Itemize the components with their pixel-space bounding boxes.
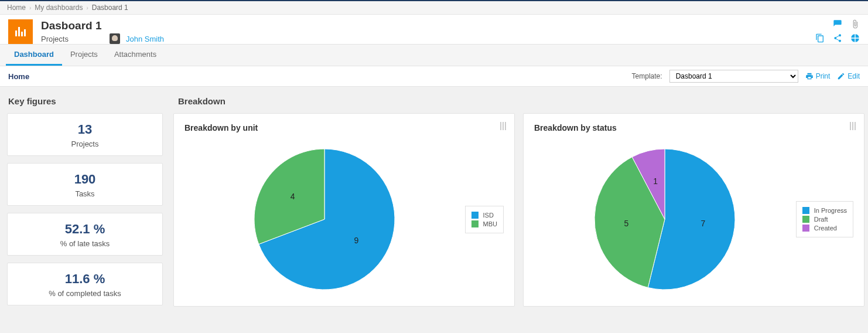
section-title-kpi: Key figures bbox=[4, 87, 166, 113]
page-header: Dasboard 1 Projects John Smith bbox=[0, 15, 868, 44]
pie-slice-label: 5 bbox=[624, 219, 629, 228]
legend-label: Draft bbox=[814, 216, 828, 223]
pie-chart: 94 bbox=[248, 143, 401, 295]
section-title-breakdown: Breakdown bbox=[173, 87, 864, 113]
pie-slice-label: 4 bbox=[291, 192, 295, 201]
col-breakdown: Breakdown Breakdown by unit 94 ISDMBU Br… bbox=[170, 87, 868, 316]
header-actions bbox=[815, 19, 860, 43]
kpi-value: 11.6 % bbox=[12, 271, 158, 287]
page-subtitle: Projects bbox=[41, 35, 69, 43]
drag-handle-icon[interactable] bbox=[850, 122, 856, 130]
breadcrumb-sep: › bbox=[86, 5, 88, 11]
drag-handle-icon[interactable] bbox=[500, 122, 506, 130]
col-key-figures: Key figures 13Projects190Tasks52.1 %% of… bbox=[0, 87, 170, 316]
kpi-label: Tasks bbox=[12, 189, 158, 198]
chart-legend: In ProgressDraftCreated bbox=[796, 201, 853, 237]
print-label: Print bbox=[816, 72, 831, 80]
print-button[interactable]: Print bbox=[805, 72, 831, 80]
kpi-card[interactable]: 52.1 %% of late tasks bbox=[7, 213, 163, 256]
kpi-card[interactable]: 190Tasks bbox=[7, 163, 163, 206]
legend-swatch bbox=[802, 225, 809, 232]
chart-legend: ISDMBU bbox=[465, 206, 504, 233]
avatar bbox=[110, 33, 120, 44]
kpi-card[interactable]: 13Projects bbox=[7, 113, 163, 156]
subnav: Home Template: Dasboard 1 Print Edit bbox=[0, 66, 868, 87]
breadcrumb-link[interactable]: My dashboards bbox=[35, 4, 83, 12]
legend-swatch bbox=[471, 220, 479, 227]
legend-item[interactable]: Created bbox=[802, 225, 847, 232]
kpi-value: 190 bbox=[12, 172, 158, 187]
legend-item[interactable]: ISD bbox=[471, 212, 497, 219]
user-link[interactable]: John Smith bbox=[126, 35, 164, 43]
page-title: Dasboard 1 bbox=[41, 19, 164, 32]
tab-dashboard[interactable]: Dashboard bbox=[6, 45, 62, 66]
tab-attachments[interactable]: Attachments bbox=[106, 45, 165, 66]
legend-swatch bbox=[471, 212, 479, 219]
template-select[interactable]: Dasboard 1 bbox=[669, 70, 798, 83]
legend-item[interactable]: Draft bbox=[802, 216, 847, 223]
legend-label: In Progress bbox=[814, 207, 847, 214]
pie-slice-label: 7 bbox=[701, 219, 706, 228]
share-icon[interactable] bbox=[833, 33, 842, 43]
legend-label: Created bbox=[814, 225, 837, 232]
pie-chart: 751 bbox=[589, 143, 741, 295]
dashboard-icon bbox=[8, 19, 33, 44]
legend-item[interactable]: MBU bbox=[471, 220, 497, 227]
chart-title: Breakdown by status bbox=[534, 123, 853, 132]
edit-button[interactable]: Edit bbox=[837, 72, 860, 80]
kpi-card[interactable]: 11.6 %% of completed tasks bbox=[7, 263, 163, 305]
kpi-value: 52.1 % bbox=[12, 222, 158, 237]
print-icon bbox=[805, 72, 814, 80]
legend-swatch bbox=[802, 207, 809, 214]
pie-slice-label: 1 bbox=[654, 176, 658, 186]
breadcrumb-sep: › bbox=[29, 5, 31, 11]
body: Key figures 13Projects190Tasks52.1 %% of… bbox=[0, 87, 868, 316]
kpi-label: Projects bbox=[12, 140, 158, 148]
chart-card: Breakdown by status 751 In ProgressDraft… bbox=[523, 113, 864, 307]
legend-label: ISD bbox=[483, 212, 494, 219]
legend-swatch bbox=[802, 216, 809, 223]
breadcrumb-current: Dasboard 1 bbox=[92, 4, 128, 12]
copy-icon[interactable] bbox=[815, 33, 825, 43]
chart-title: Breakdown by unit bbox=[184, 123, 504, 132]
pencil-icon bbox=[837, 72, 845, 80]
legend-label: MBU bbox=[483, 220, 497, 227]
comment-icon[interactable] bbox=[833, 19, 842, 29]
kpi-value: 13 bbox=[12, 122, 158, 137]
kpi-label: % of late tasks bbox=[12, 239, 158, 248]
kpi-label: % of completed tasks bbox=[12, 289, 158, 298]
chart-card: Breakdown by unit 94 ISDMBU bbox=[173, 113, 515, 307]
tab-projects[interactable]: Projects bbox=[62, 45, 106, 66]
breadcrumb: Home › My dashboards › Dasboard 1 bbox=[0, 1, 868, 15]
pie-slice-label: 9 bbox=[354, 236, 359, 245]
attachment-icon[interactable] bbox=[850, 19, 860, 29]
legend-item[interactable]: In Progress bbox=[802, 207, 847, 214]
tab-bar: Dashboard Projects Attachments bbox=[0, 44, 868, 66]
header-titles: Dasboard 1 Projects John Smith bbox=[41, 19, 164, 44]
edit-label: Edit bbox=[848, 72, 860, 80]
breadcrumb-link[interactable]: Home bbox=[7, 4, 26, 12]
subnav-home[interactable]: Home bbox=[8, 72, 29, 81]
pie-icon[interactable] bbox=[850, 33, 860, 43]
template-label: Template: bbox=[632, 72, 662, 80]
